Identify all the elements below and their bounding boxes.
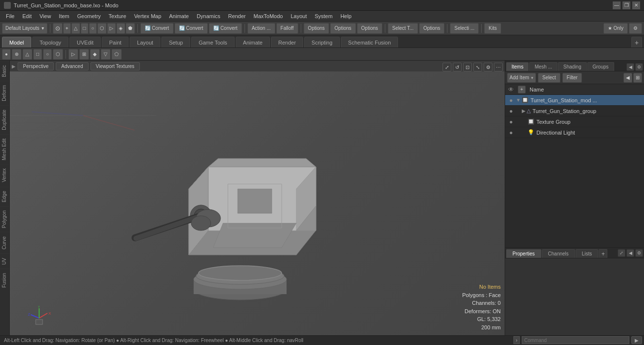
options-btn-4[interactable]: Options — [419, 23, 444, 34]
select-btn[interactable]: Select — [538, 73, 560, 83]
rpanel-tab-items[interactable]: Items — [506, 62, 529, 71]
menu-view[interactable]: View — [36, 12, 55, 20]
sidebar-curve[interactable]: Curve — [0, 232, 9, 253]
bpanel-settings-btn[interactable]: ⚙ — [635, 249, 643, 257]
rpanel-tab-shading[interactable]: Shading — [558, 62, 587, 71]
minimize-button[interactable]: — — [613, 1, 621, 9]
sec-tool-1[interactable]: ● — [2, 49, 11, 60]
sidebar-mesh-edit[interactable]: Mesh Edit — [0, 134, 9, 164]
add-item-dropdown[interactable]: Add Item ▾ — [507, 73, 536, 83]
vp-maximize-btn[interactable]: ⤡ — [473, 63, 482, 71]
menu-geometry[interactable]: Geometry — [73, 12, 105, 20]
items-list[interactable]: ● ▼ 🔲 Turret_Gun_Station_mod ... ● ▶ △ T… — [505, 95, 644, 247]
sidebar-fusion[interactable]: Fusion — [0, 269, 9, 292]
items-collapse-btn[interactable]: ◀ — [623, 73, 632, 83]
tab-layout[interactable]: Layout — [130, 37, 160, 47]
maximize-button[interactable]: ❐ — [622, 1, 630, 9]
rpanel-collapse-btn[interactable]: ◀ — [626, 63, 634, 71]
sec-tool-7[interactable]: ▷ — [68, 49, 78, 60]
item-row-dir-light[interactable]: ● 💡 Directional Light — [505, 127, 644, 138]
tool-btn-6[interactable]: ⬡ — [97, 23, 107, 34]
tab-add-button[interactable]: + — [631, 37, 642, 47]
sidebar-edge[interactable]: Edge — [0, 186, 9, 206]
sec-tool-3[interactable]: △ — [22, 49, 32, 60]
tool-btn-9[interactable]: ⬟ — [126, 23, 135, 34]
item-row-root[interactable]: ● ▼ 🔲 Turret_Gun_Station_mod ... — [505, 95, 644, 106]
menu-texture[interactable]: Texture — [105, 12, 130, 20]
rpanel-settings-btn[interactable]: ⚙ — [635, 63, 643, 71]
select-t-btn[interactable]: Select T... — [388, 23, 418, 34]
action-btn[interactable]: Action ... — [247, 23, 275, 34]
eye-icon-texture[interactable]: ● — [507, 118, 515, 126]
falloff-btn[interactable]: Falloff — [276, 23, 298, 34]
kits-btn[interactable]: Kits — [484, 23, 501, 34]
bpanel-tab-channels[interactable]: Channels — [542, 249, 575, 258]
sec-tool-5[interactable]: ○ — [43, 49, 52, 60]
tool-btn-3[interactable]: △ — [71, 23, 80, 34]
tool-btn-2[interactable]: ⌖ — [63, 23, 71, 34]
tab-paint[interactable]: Paint — [102, 37, 129, 47]
viewport[interactable]: ▶ Perspective Advanced Viewport Textures… — [10, 61, 505, 335]
viewport-tab-advanced[interactable]: Advanced — [56, 62, 88, 70]
sec-tool-6[interactable]: ⬡ — [53, 49, 63, 60]
tool-btn-8[interactable]: ◈ — [116, 23, 125, 34]
vp-settings-btn[interactable]: ⚙ — [484, 63, 492, 71]
tool-btn-1[interactable]: ⊙ — [53, 23, 63, 34]
menu-system[interactable]: System — [311, 12, 336, 20]
eye-icon-light[interactable]: ● — [507, 129, 515, 137]
tab-game-tools[interactable]: Game Tools — [191, 37, 235, 47]
viewport-tab-textures[interactable]: Viewport Textures — [90, 62, 140, 70]
eye-icon-root[interactable]: ● — [507, 96, 515, 104]
sec-tool-8[interactable]: ⊞ — [79, 49, 89, 60]
menu-help[interactable]: Help — [336, 12, 355, 20]
sidebar-vertex[interactable]: Vertex — [0, 164, 9, 186]
menu-maxtomodo[interactable]: MaxToModo — [250, 12, 287, 20]
tool-btn-4[interactable]: □ — [81, 23, 89, 34]
vp-sync-btn[interactable]: ↺ — [453, 63, 462, 71]
bpanel-tab-properties[interactable]: Properties — [506, 249, 541, 258]
layout-dropdown[interactable]: Default Layouts ▾ — [2, 23, 47, 34]
convert-btn-3[interactable]: 🔄 Convert — [209, 23, 242, 34]
vp-camera-btn[interactable]: ⊡ — [463, 63, 472, 71]
rpanel-tab-mesh[interactable]: Mesh ... — [529, 62, 557, 71]
sec-tool-10[interactable]: ▽ — [101, 49, 111, 60]
rpanel-tab-groups[interactable]: Groups — [587, 62, 614, 71]
bpanel-add-btn[interactable]: + — [599, 249, 607, 258]
menu-edit[interactable]: Edit — [19, 12, 36, 20]
options-btn-1[interactable]: Options — [304, 23, 329, 34]
options-btn-3[interactable]: Options — [357, 23, 382, 34]
sidebar-polygon[interactable]: Polygon — [0, 206, 9, 232]
close-button[interactable]: ✕ — [632, 1, 640, 9]
bpanel-collapse-btn[interactable]: ◀ — [626, 249, 634, 257]
convert-btn-1[interactable]: 🔄 Convert — [140, 23, 174, 34]
tab-schematic[interactable]: Schematic Fusion — [341, 37, 398, 47]
command-input[interactable] — [522, 336, 629, 344]
item-row-group[interactable]: ● ▶ △ Turret_Gun_Station_group — [505, 106, 644, 116]
menu-vertex-map[interactable]: Vertex Map — [130, 12, 165, 20]
menu-file[interactable]: File — [2, 12, 19, 20]
tab-animate[interactable]: Animate — [236, 37, 270, 47]
sidebar-basic[interactable]: Basic — [0, 61, 9, 81]
tab-scripting[interactable]: Scripting — [304, 37, 340, 47]
tab-uvedit[interactable]: UVEdit — [69, 37, 101, 47]
viewport-tab-perspective[interactable]: Perspective — [18, 62, 54, 70]
bpanel-expand-btn[interactable]: ⤢ — [618, 249, 625, 257]
command-submit-btn[interactable]: ▶ — [631, 336, 642, 344]
vp-more-btn[interactable]: ⋯ — [494, 63, 503, 71]
items-settings-btn[interactable]: ⊞ — [633, 73, 642, 83]
selecti-btn[interactable]: Selecti ... — [450, 23, 479, 34]
menu-animate[interactable]: Animate — [165, 12, 193, 20]
tab-model[interactable]: Model — [2, 37, 31, 47]
convert-btn-2[interactable]: 🔄 Convert — [175, 23, 208, 34]
filter-btn[interactable]: Filter — [562, 73, 582, 83]
sec-tool-2[interactable]: ⊕ — [12, 49, 22, 60]
sidebar-deform[interactable]: Deform — [0, 81, 9, 105]
menu-dynamics[interactable]: Dynamics — [193, 12, 224, 20]
command-arrow-btn[interactable]: › — [513, 336, 520, 344]
gear-btn[interactable]: ⚙ — [629, 23, 642, 34]
sec-tool-4[interactable]: □ — [33, 49, 42, 60]
tab-setup[interactable]: Setup — [161, 37, 190, 47]
menu-item[interactable]: Item — [55, 12, 73, 20]
bpanel-tab-lists[interactable]: Lists — [576, 249, 599, 258]
tab-render[interactable]: Render — [271, 37, 303, 47]
